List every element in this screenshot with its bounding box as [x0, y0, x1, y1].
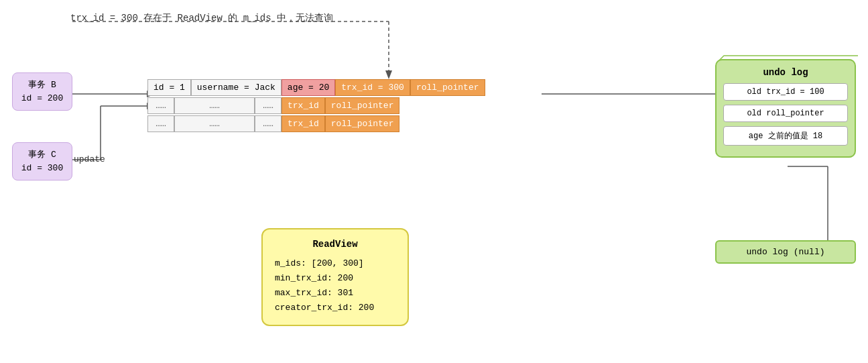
readview-m-ids: m_ids: [200, 300]	[275, 256, 395, 271]
arrows-svg	[0, 0, 868, 363]
cell-id: id = 1	[147, 79, 191, 96]
cell-roll-pointer-1: roll_pointer	[410, 79, 485, 96]
readview-max-trx-id: max_trx_id: 301	[275, 286, 395, 301]
cell-trx-id-3: trx_id	[282, 115, 325, 132]
tx-c-id: id = 300	[21, 162, 64, 175]
table-row: …… …… …… trx_id roll_pointer	[147, 97, 485, 114]
undo-log-entry-2: age 之前的值是 18	[723, 126, 848, 146]
cell-dots-1: ……	[147, 97, 174, 114]
cell-dots-3: ……	[255, 97, 282, 114]
undo-log-entry-0: old trx_id = 100	[723, 83, 848, 101]
cell-roll-pointer-2: roll_pointer	[325, 97, 400, 114]
diagram-container: trx_id = 300 存在于 ReadView 的 m_ids 中，无法查询…	[0, 0, 868, 363]
svg-marker-2	[385, 70, 392, 79]
cell-dots-6: ……	[255, 115, 282, 132]
readview-creator-trx-id: creator_trx_id: 200	[275, 301, 395, 315]
top-annotation: trx_id = 300 存在于 ReadView 的 m_ids 中，无法查询	[70, 12, 333, 24]
readview-title: ReadView	[275, 239, 395, 250]
cell-age: age = 20	[282, 79, 335, 96]
readview-content: m_ids: [200, 300] min_trx_id: 200 max_tr…	[275, 256, 395, 315]
main-table: id = 1 username = Jack age = 20 trx_id =…	[147, 79, 485, 134]
update-label: update	[74, 154, 105, 164]
cell-dots-5: ……	[174, 115, 255, 132]
undo-log-null-box: undo log (null)	[715, 240, 856, 264]
undo-log-title: undo log	[723, 67, 848, 78]
readview-box: ReadView m_ids: [200, 300] min_trx_id: 2…	[261, 228, 409, 326]
tx-b-id: id = 200	[21, 92, 64, 105]
transaction-b-box: 事务 B id = 200	[12, 72, 72, 111]
transaction-c-box: 事务 C id = 300	[12, 142, 72, 180]
tx-b-label: 事务 B	[21, 79, 64, 92]
table-row: …… …… …… trx_id roll_pointer	[147, 115, 485, 132]
readview-min-trx-id: min_trx_id: 200	[275, 271, 395, 286]
cell-dots-2: ……	[174, 97, 255, 114]
cell-roll-pointer-3: roll_pointer	[325, 115, 400, 132]
undo-log-entry-1: old roll_pointer	[723, 105, 848, 122]
cell-trx-id-1: trx_id = 300	[335, 79, 410, 96]
cell-dots-4: ……	[147, 115, 174, 132]
table-row: id = 1 username = Jack age = 20 trx_id =…	[147, 79, 485, 96]
tx-c-label: 事务 C	[21, 148, 64, 162]
undo-log-box: undo log old trx_id = 100 old roll_point…	[715, 59, 856, 158]
cell-username: username = Jack	[191, 79, 282, 96]
cell-trx-id-2: trx_id	[282, 97, 325, 114]
